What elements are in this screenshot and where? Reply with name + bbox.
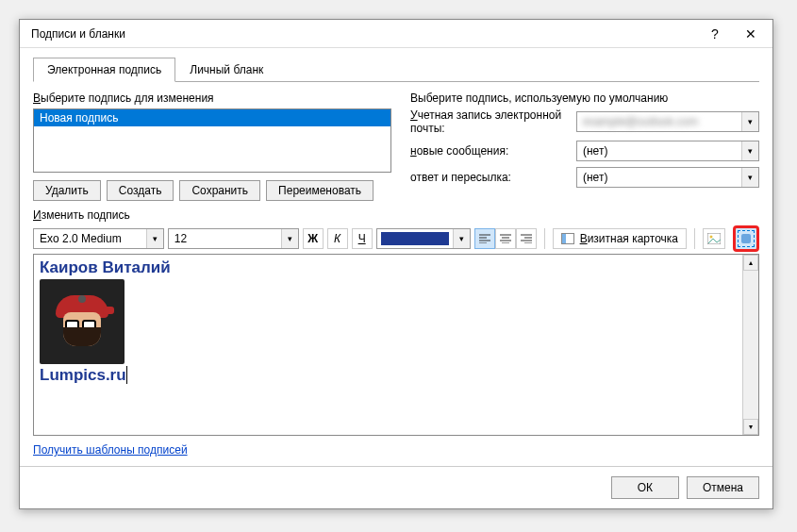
window-title: Подписи и бланки (31, 27, 697, 41)
svg-point-13 (710, 236, 713, 239)
right-column: Выберите подпись, используемую по умолча… (410, 91, 759, 201)
scroll-up-button[interactable]: ▴ (743, 255, 758, 271)
avatar-image (40, 279, 125, 364)
signature-editor-wrap: Каиров Виталий Lumpics.ru ▴ ▾ (33, 254, 759, 436)
separator (694, 228, 695, 249)
help-button[interactable]: ? (697, 21, 733, 47)
underline-button[interactable]: Ч (352, 228, 373, 249)
new-messages-label: новые сообщения: (410, 144, 571, 158)
chevron-down-icon: ▾ (741, 112, 758, 131)
editor-scrollbar[interactable]: ▴ ▾ (742, 255, 758, 435)
chevron-down-icon: ▾ (741, 168, 758, 187)
signature-buttons: Удалить Создать Сохранить Переименовать (33, 180, 391, 201)
edit-signature-label: Изменить подпись (33, 208, 759, 222)
close-button[interactable]: ✕ (733, 21, 769, 47)
dialog: Подписи и бланки ? ✕ Электронная подпись… (19, 19, 773, 509)
account-dropdown[interactable]: example@outlook.com ▾ (576, 111, 759, 132)
reply-forward-label: ответ и пересылка: (410, 171, 571, 184)
tab-email-signature[interactable]: Электронная подпись (33, 58, 175, 82)
rename-button[interactable]: Переименовать (266, 180, 374, 201)
chevron-down-icon: ▾ (281, 229, 298, 248)
signature-list-item[interactable]: Новая подпись (34, 109, 390, 126)
select-signature-label: Выберите подпись для изменения (33, 91, 391, 105)
titlebar: Подписи и бланки ? ✕ (20, 20, 772, 48)
insert-hyperlink-button[interactable] (733, 225, 759, 252)
format-toolbar: Exo 2.0 Medium ▾ 12 ▾ Ж К Ч ▾ Визи (33, 225, 759, 252)
signature-listbox[interactable]: Новая подпись (33, 108, 391, 173)
font-size-dropdown[interactable]: 12 ▾ (168, 228, 299, 249)
separator (544, 228, 545, 249)
business-card-button[interactable]: Визитная карточка (553, 228, 687, 249)
signature-editor[interactable]: Каиров Виталий Lumpics.ru (34, 255, 742, 435)
align-right-button[interactable] (516, 228, 537, 249)
upper-section: Выберите подпись для изменения Новая под… (33, 91, 759, 201)
chevron-down-icon: ▾ (453, 229, 470, 248)
delete-button[interactable]: Удалить (33, 180, 101, 201)
scroll-track[interactable] (743, 271, 758, 419)
save-button[interactable]: Сохранить (179, 180, 260, 201)
font-dropdown[interactable]: Exo 2.0 Medium ▾ (33, 228, 164, 249)
scroll-down-button[interactable]: ▾ (743, 419, 758, 435)
editor-name-text: Каиров Виталий (40, 258, 737, 277)
default-signature-label: Выберите подпись, используемую по умолча… (410, 91, 759, 105)
tabs: Электронная подпись Личный бланк (33, 58, 759, 82)
reply-forward-dropdown[interactable]: (нет) ▾ (576, 167, 759, 188)
chevron-down-icon: ▾ (741, 141, 758, 160)
bold-button[interactable]: Ж (303, 228, 324, 249)
color-swatch (381, 232, 449, 245)
insert-image-button[interactable] (703, 228, 725, 249)
left-column: Выберите подпись для изменения Новая под… (33, 91, 391, 201)
alignment-group (474, 228, 537, 249)
new-messages-dropdown[interactable]: (нет) ▾ (576, 141, 759, 161)
align-center-button[interactable] (495, 228, 516, 249)
tab-personal-stationery[interactable]: Личный бланк (175, 58, 277, 81)
create-button[interactable]: Создать (107, 180, 174, 201)
ok-button[interactable]: ОК (611, 476, 679, 499)
editor-site-text: Lumpics.ru (40, 366, 737, 385)
content: Электронная подпись Личный бланк Выберит… (20, 48, 772, 466)
dialog-footer: ОК Отмена (20, 466, 772, 508)
chevron-down-icon: ▾ (146, 229, 163, 248)
cancel-button[interactable]: Отмена (687, 476, 759, 499)
get-templates-link[interactable]: Получить шаблоны подписей (33, 443, 759, 457)
hyperlink-icon (741, 234, 751, 243)
align-left-button[interactable] (474, 228, 495, 249)
font-color-dropdown[interactable]: ▾ (376, 228, 471, 249)
account-label: Учетная запись электронной почты: (410, 108, 571, 135)
italic-button[interactable]: К (327, 228, 348, 249)
business-card-icon (561, 233, 574, 244)
